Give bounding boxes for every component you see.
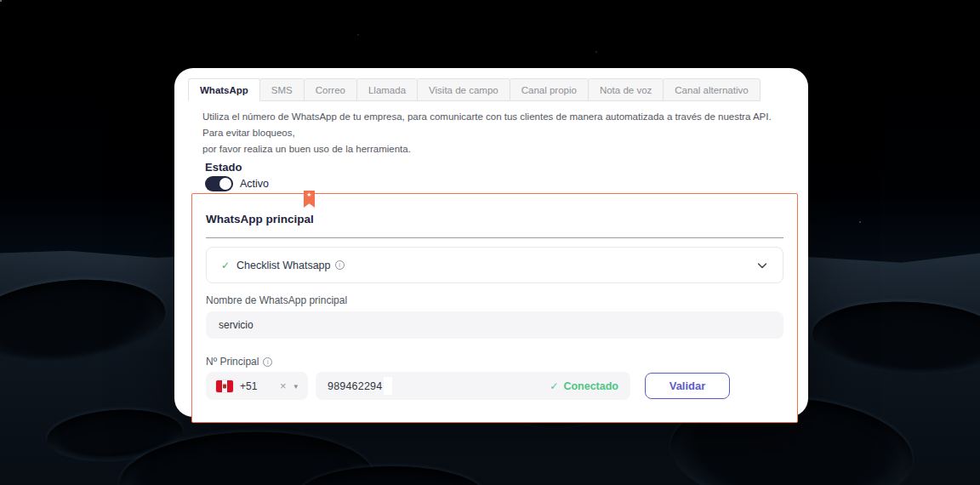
- name-field-label: Nombre de WhatsApp principal: [206, 294, 797, 307]
- intro-line: Utiliza el número de WhatsApp de tu empr…: [202, 109, 774, 141]
- channel-settings-card: WhatsApp SMS Correo Llamada Visita de ca…: [174, 68, 808, 417]
- check-icon: ✓: [550, 380, 558, 392]
- peru-flag-icon: [216, 380, 233, 392]
- tab-canal-propio[interactable]: Canal propio: [510, 78, 589, 101]
- checklist-whatsapp-accordion[interactable]: ✓ Checklist Whatsapp i: [206, 247, 783, 283]
- chevron-down-icon: [756, 260, 768, 271]
- estado-value: Activo: [240, 178, 269, 190]
- connection-status-badge: ✓ Conectado: [550, 380, 618, 392]
- bookmark-icon: ★: [304, 191, 315, 208]
- tab-canal-alternativo[interactable]: Canal alternativo: [663, 78, 760, 101]
- checklist-label: Checklist Whatsapp: [236, 260, 330, 271]
- validate-button[interactable]: Validar: [645, 373, 730, 399]
- tab-sms[interactable]: SMS: [259, 78, 305, 101]
- country-code-select[interactable]: +51 × ▾: [206, 372, 308, 400]
- tab-llamada[interactable]: Llamada: [356, 78, 418, 101]
- intro-text: Utiliza el número de WhatsApp de tu empr…: [202, 109, 774, 157]
- section-title: WhatsApp principal: [206, 213, 797, 226]
- tab-whatsapp[interactable]: WhatsApp: [188, 78, 260, 101]
- channel-tabs: WhatsApp SMS Correo Llamada Visita de ca…: [189, 78, 808, 101]
- info-icon[interactable]: i: [263, 357, 272, 367]
- status-text: Conectado: [563, 380, 618, 392]
- estado-toggle-row: Activo: [205, 176, 808, 191]
- phone-number-value: 989462294: [328, 380, 382, 392]
- star-icon: ★: [306, 191, 311, 208]
- stars: [0, 0, 2, 2]
- whatsapp-principal-section: ★ WhatsApp principal ✓ Checklist Whatsap…: [191, 193, 798, 423]
- estado-label: Estado: [205, 161, 808, 174]
- clear-icon[interactable]: ×: [280, 380, 287, 391]
- phone-field-label: Nº Principal i: [206, 356, 797, 368]
- tab-correo[interactable]: Correo: [304, 78, 357, 101]
- tab-nota-de-voz[interactable]: Nota de voz: [588, 78, 664, 101]
- text-cursor: [384, 377, 392, 395]
- check-icon: ✓: [221, 260, 230, 271]
- estado-toggle[interactable]: [205, 176, 233, 191]
- intro-line: por favor realiza un buen uso de la herr…: [202, 141, 774, 157]
- phone-number-input[interactable]: 989462294 ✓ Conectado: [316, 372, 630, 400]
- tab-visita-de-campo[interactable]: Visita de campo: [417, 78, 510, 101]
- toggle-knob: [219, 178, 231, 190]
- dial-code: +51: [240, 380, 257, 392]
- phone-label-text: Nº Principal: [206, 356, 259, 368]
- name-input[interactable]: servicio: [206, 311, 783, 339]
- phone-row: +51 × ▾ 989462294 ✓ Conectado Validar: [206, 372, 797, 400]
- section-divider: [206, 237, 783, 238]
- caret-down-icon[interactable]: ▾: [293, 382, 298, 391]
- info-icon[interactable]: i: [335, 260, 345, 270]
